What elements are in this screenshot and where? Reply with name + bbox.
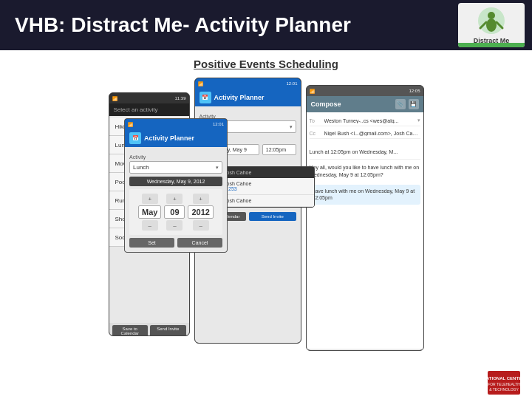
send-invite-button[interactable]: Send Invite	[249, 212, 296, 221]
header: VHB: Distract Me- Activity Planner Distr…	[0, 0, 532, 50]
month-down-btn[interactable]: –	[142, 220, 158, 231]
month-spinner: + May –	[138, 194, 161, 231]
statusbar-5: 📶 12:05	[307, 86, 423, 96]
day-up-btn[interactable]: +	[166, 194, 183, 204]
email-text-area[interactable]: Hey all, would you like to have lunch wi…	[310, 164, 420, 179]
save-icon[interactable]: 💾	[409, 99, 419, 109]
screen-email-compose: 📶 12:05 Compose 📎 💾 To Weston Turney-..c…	[306, 85, 424, 351]
email-preview: have lunch with me on Wednesday, May 9 a…	[310, 185, 420, 205]
dp-title: Activity Planner	[144, 134, 194, 142]
logo-image	[466, 6, 517, 35]
contact-list: Josh Cahoe < 253 Josh Cahoe	[219, 178, 314, 207]
to-value[interactable]: Weston Turney-..cs <wes@alg...	[324, 118, 417, 123]
contact-item[interactable]: Josh Cahoe < 253	[219, 178, 314, 195]
contact-header: Josh Cahoe	[219, 167, 314, 178]
screen2-titlebar: 📅 Activity Planner	[195, 89, 301, 106]
email-body-text: Hey all, would you like to have lunch wi…	[310, 165, 420, 177]
chevron-down-icon: ▾	[290, 124, 293, 130]
svg-text:NATIONAL CENTER: NATIONAL CENTER	[488, 376, 520, 381]
svg-text:& TECHNOLOGY: & TECHNOLOGY	[489, 387, 519, 392]
to-label: To	[310, 118, 324, 123]
page-title: VHB: Distract Me- Activity Planner	[15, 13, 351, 37]
year-up-btn[interactable]: +	[193, 194, 209, 204]
screen2-title: Activity Planner	[214, 94, 265, 101]
send-bar: have lunch with me on Wednesday, May 9 a…	[307, 349, 423, 351]
chevron-down-icon-3: ▾	[417, 117, 420, 123]
day-value: 09	[164, 205, 185, 219]
contact-item[interactable]: Josh Cahoe	[219, 195, 314, 207]
compose-title: Compose	[311, 100, 341, 108]
dp-activity-value: Lunch	[133, 164, 149, 171]
dp-activity-label: Activity	[129, 154, 222, 160]
nctt-logo-area: NATIONAL CENTER FOR TELEHEALTH & TECHNOL…	[488, 371, 520, 395]
planner-icon: 📅	[200, 92, 211, 103]
status-icons-2: 📶	[198, 81, 203, 86]
nctt-logo-svg: NATIONAL CENTER FOR TELEHEALTH & TECHNOL…	[488, 371, 520, 395]
dp-buttons: Set Cancel	[129, 238, 222, 248]
time-field[interactable]: 12:05pm	[262, 144, 296, 155]
subject-row: Lunch at 12:05pm on Wednesday, M...	[310, 141, 420, 160]
dp-titlebar: 📅 Activity Planner	[125, 129, 227, 147]
cc-label: Cc	[310, 131, 324, 136]
month-value: May	[138, 205, 161, 219]
main-content: Positive Events Scheduling 📶 11:39 Selec…	[0, 50, 532, 399]
cancel-btn[interactable]: Cancel	[177, 238, 222, 248]
status-time-5: 12:05	[409, 89, 420, 93]
cc-value[interactable]: Nigel Bush <l...@gmail.com>, Josh Cahoe …	[324, 131, 420, 136]
svg-point-1	[488, 12, 495, 19]
app-logo: Distract Me	[458, 3, 525, 47]
svg-point-2	[486, 18, 497, 32]
svg-text:FOR TELEHEALTH: FOR TELEHEALTH	[488, 382, 520, 386]
status-time-3: 12:01	[213, 122, 224, 126]
year-down-btn[interactable]: –	[193, 220, 209, 231]
set-btn[interactable]: Set	[129, 238, 174, 248]
date-display-bar: Wednesday, May 9, 2012	[129, 177, 222, 186]
send-invite-btn[interactable]: Send Invite	[150, 325, 186, 336]
month-up-btn[interactable]: +	[142, 194, 158, 204]
statusbar-2: 📶 12:01	[195, 78, 301, 89]
screen-date-picker: 📶 12:01 📅 Activity Planner Activity Lunc…	[124, 118, 228, 253]
dp-activity-dropdown[interactable]: Lunch ▾	[129, 161, 222, 174]
contact-name-2: Josh Cahoe	[224, 198, 310, 203]
subtitle: Positive Events Scheduling	[15, 58, 517, 70]
attach-icon[interactable]: 📎	[395, 99, 406, 109]
screens-container: 📶 11:39 Select an activity Hiking Lunch …	[15, 78, 517, 373]
statusbar-3: 📶 12:01	[125, 119, 227, 129]
save-calendar-btn[interactable]: Save to Calendar	[112, 325, 149, 336]
status-time-2: 12:01	[286, 81, 297, 86]
subject-value: Lunch at 12:05pm on Wednesday, M...	[310, 149, 398, 154]
status-time-1: 11:39	[174, 96, 185, 100]
compose-icons: 📎 💾	[395, 99, 419, 109]
contact-header-text: Josh Cahoe	[224, 170, 251, 175]
contact-name: Josh Cahoe	[224, 181, 310, 186]
year-value: 2012	[188, 205, 213, 219]
email-cc-row: Cc Nigel Bush <l...@gmail.com>, Josh Cah…	[310, 129, 420, 139]
screen1-bottom-bar: Save to Calendar Send Invite	[109, 323, 189, 336]
screen1-header: Select an activity	[109, 103, 189, 116]
contact-phone: < 253	[224, 186, 310, 191]
screen1-header-text: Select an activity	[114, 106, 158, 113]
screen-contact-picker: Josh Cahoe Josh Cahoe < 253 Josh Cahoe	[219, 166, 315, 208]
dp-body: Activity Lunch ▾ Wednesday, May 9, 2012 …	[125, 147, 227, 252]
date-spinners: + May – + 09 – + 2012 –	[129, 189, 222, 235]
logo-bar	[458, 43, 525, 47]
day-down-btn[interactable]: –	[166, 220, 183, 231]
status-icons-1: 📶	[112, 96, 117, 101]
chevron-down-icon-2: ▾	[216, 165, 219, 171]
day-spinner: + 09 –	[164, 194, 185, 231]
statusbar-1: 📶 11:39	[109, 93, 189, 103]
year-spinner: + 2012 –	[188, 194, 213, 231]
screen5-titlebar: Compose 📎 💾	[307, 96, 423, 112]
email-preview-text: have lunch with me on Wednesday, May 9 a…	[313, 188, 415, 201]
dp-title-icon: 📅	[129, 132, 141, 144]
email-to-row: To Weston Turney-..cs <wes@alg... ▾	[310, 115, 420, 126]
status-icons-3: 📶	[128, 122, 133, 127]
status-icons-5: 📶	[310, 89, 315, 94]
email-body: To Weston Turney-..cs <wes@alg... ▾ Cc N…	[307, 112, 423, 349]
